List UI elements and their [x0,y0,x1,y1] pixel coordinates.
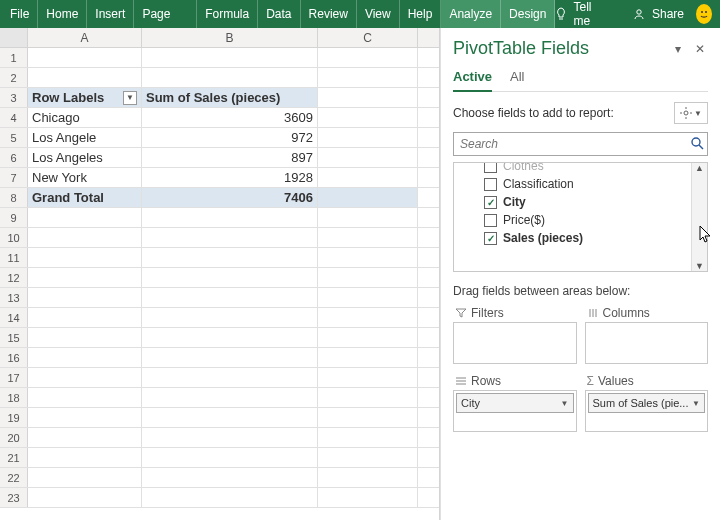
cell[interactable] [28,468,142,487]
cell[interactable] [28,268,142,287]
pane-menu-icon[interactable]: ▾ [670,41,686,57]
field-item[interactable]: Classification [454,175,707,193]
cell[interactable] [142,488,318,507]
cell[interactable] [142,268,318,287]
cell[interactable] [318,448,418,467]
tell-me[interactable]: Tell me [573,0,603,28]
area-columns[interactable] [585,322,709,364]
tab-data[interactable]: Data [258,0,300,28]
row-header[interactable]: 22 [0,468,28,487]
area-filters[interactable] [453,322,577,364]
cell[interactable] [318,88,418,107]
cell[interactable] [142,408,318,427]
select-all-corner[interactable] [0,28,28,47]
cell[interactable]: 7406 [142,188,318,207]
field-checkbox[interactable] [484,162,497,173]
cell[interactable] [142,228,318,247]
field-item[interactable]: Sales (pieces) [454,229,707,247]
cell[interactable] [28,388,142,407]
field-item[interactable]: City [454,193,707,211]
cell[interactable] [28,288,142,307]
cell[interactable] [28,248,142,267]
row-header[interactable]: 15 [0,328,28,347]
row-header[interactable]: 1 [0,48,28,67]
cell[interactable] [142,288,318,307]
row-header[interactable]: 2 [0,68,28,87]
cell[interactable]: 972 [142,128,318,147]
tab-review[interactable]: Review [301,0,357,28]
cell[interactable] [28,228,142,247]
cell[interactable] [142,468,318,487]
row-header[interactable]: 14 [0,308,28,327]
field-checkbox[interactable] [484,214,497,227]
cell[interactable]: 897 [142,148,318,167]
cell[interactable] [318,308,418,327]
row-header[interactable]: 17 [0,368,28,387]
cell[interactable] [318,328,418,347]
field-search-input[interactable] [453,132,708,156]
pane-tab-all[interactable]: All [510,65,524,91]
tab-home[interactable]: Home [38,0,87,28]
field-checkbox[interactable] [484,178,497,191]
cell[interactable]: Sum of Sales (pieces) [142,88,318,107]
cell[interactable] [28,348,142,367]
scroll-up-icon[interactable]: ▲ [695,163,704,173]
tab-analyze[interactable]: Analyze [441,0,501,28]
cell[interactable] [28,408,142,427]
cell[interactable] [318,148,418,167]
row-header[interactable]: 20 [0,428,28,447]
cell[interactable]: 1928 [142,168,318,187]
cell[interactable]: Chicago [28,108,142,127]
row-header[interactable]: 9 [0,208,28,227]
row-header[interactable]: 11 [0,248,28,267]
tab-help[interactable]: Help [400,0,442,28]
scroll-down-icon[interactable]: ▼ [695,261,704,271]
field-checkbox[interactable] [484,196,497,209]
column-header-a[interactable]: A [28,28,142,47]
field-item[interactable]: Price($) [454,211,707,229]
pane-close-icon[interactable]: ✕ [692,41,708,57]
cell[interactable] [142,308,318,327]
cell[interactable] [318,268,418,287]
cell[interactable] [28,428,142,447]
cell[interactable] [142,328,318,347]
tab-view[interactable]: View [357,0,400,28]
row-header[interactable]: 21 [0,448,28,467]
cell[interactable] [318,168,418,187]
cell[interactable] [318,108,418,127]
cell[interactable] [28,488,142,507]
field-list-scrollbar[interactable]: ▲ ▼ [691,163,707,271]
column-header-b[interactable]: B [142,28,318,47]
cell[interactable]: Row Labels▼ [28,88,142,107]
cell[interactable] [318,128,418,147]
row-header[interactable]: 4 [0,108,28,127]
row-labels-filter[interactable]: ▼ [123,91,137,105]
cell[interactable] [142,368,318,387]
row-header[interactable]: 16 [0,348,28,367]
tab-page-layout[interactable]: Page Lay [134,0,197,28]
cell[interactable] [318,228,418,247]
pane-tab-active[interactable]: Active [453,65,492,92]
cell[interactable] [28,48,142,67]
row-header[interactable]: 5 [0,128,28,147]
row-header[interactable]: 18 [0,388,28,407]
cell[interactable] [318,188,418,207]
cell[interactable] [28,308,142,327]
cell[interactable] [318,468,418,487]
cell[interactable] [318,408,418,427]
row-header[interactable]: 23 [0,488,28,507]
row-header[interactable]: 19 [0,408,28,427]
cell[interactable] [142,448,318,467]
area-values[interactable]: Sum of Sales (pie...▼ [585,390,709,432]
row-header[interactable]: 3 [0,88,28,107]
cell[interactable] [142,388,318,407]
cell[interactable]: Los Angeles [28,148,142,167]
cell[interactable] [28,208,142,227]
field-item[interactable]: Clothes [454,162,707,175]
cell[interactable] [318,248,418,267]
column-header-c[interactable]: C [318,28,418,47]
row-header[interactable]: 6 [0,148,28,167]
cell[interactable] [318,68,418,87]
cell[interactable] [318,368,418,387]
row-header[interactable]: 7 [0,168,28,187]
